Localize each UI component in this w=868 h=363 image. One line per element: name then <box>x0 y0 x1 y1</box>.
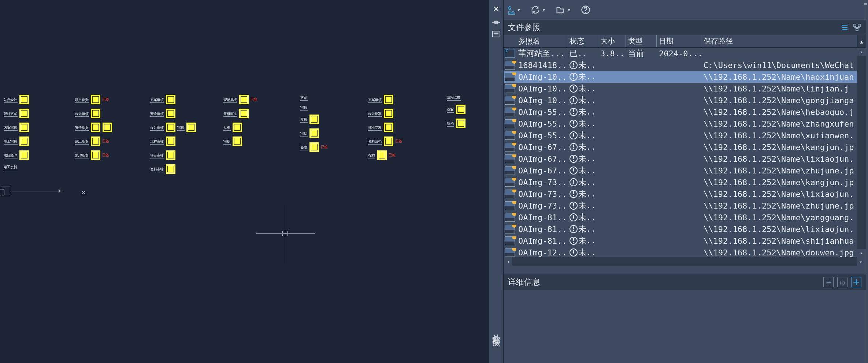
warning-icon: ! <box>570 120 578 128</box>
cell-name: OAImg-55... <box>516 131 567 140</box>
table-row[interactable]: OAImg-10...!未..\\192.168.1.252\Name\haox… <box>504 71 866 83</box>
cell-path: \\192.168.1.252\Name\haoxinjuan <box>701 72 866 82</box>
drawing-canvas[interactable]: 站点设计 设计方案 方案审核 施工审核 项目经理 竣工资料 项目负责已签 设计审… <box>0 0 489 363</box>
collapse-arrows-icon[interactable]: ◀▶ <box>492 18 500 26</box>
details-preview-icon[interactable]: ◎ <box>837 277 847 287</box>
table-row[interactable]: OAImg-81...!未..\\192.168.1.252\Name\yang… <box>504 212 866 223</box>
details-header[interactable]: 详细信息 ≡ ◎ + <box>504 274 866 290</box>
xref-table-body[interactable]: ▴ ▾ 苇河站至...已..3.8...当前2024-0...16841418.… <box>504 48 866 257</box>
xref-palette: ✕ ◀▶ 外部参照 ▭ GDWG ▼ ▼ ▼ 文件参照 <box>489 0 868 363</box>
file-type-icon <box>504 84 516 93</box>
col-status[interactable]: 状态 <box>567 35 598 47</box>
table-row[interactable]: OAImg-67...!未..\\192.168.1.252\Name\zhuj… <box>504 165 866 176</box>
change-path-button[interactable]: ▼ <box>555 5 570 15</box>
table-row[interactable]: OAImg-67...!未..\\192.168.1.252\Name\kang… <box>504 141 866 153</box>
cell-status: !未.. <box>567 83 598 94</box>
chevron-down-icon: ▼ <box>518 8 520 12</box>
cell-path: \\192.168.1.252\Name\shijianhua <box>701 236 866 246</box>
scroll-up-icon[interactable]: ▴ <box>857 35 866 47</box>
details-list-icon[interactable]: ≡ <box>823 277 834 287</box>
refresh-button[interactable]: ▼ <box>530 5 545 15</box>
cell-status: !未.. <box>567 95 598 106</box>
list-view-icon[interactable] <box>840 23 849 32</box>
cell-status: !未.. <box>567 71 598 82</box>
svg-point-1 <box>585 12 586 12</box>
warning-icon: ! <box>570 143 578 151</box>
file-type-icon <box>504 154 516 163</box>
file-type-icon <box>504 201 516 210</box>
scroll-up-icon[interactable]: ▴ <box>857 48 866 56</box>
horizontal-scrollbar[interactable]: ◂ ▸ <box>504 257 866 266</box>
file-type-icon <box>504 108 516 116</box>
cell-name: 苇河站至... <box>516 48 567 59</box>
details-expand-icon[interactable]: + <box>851 277 861 287</box>
vertical-scrollbar[interactable]: ▴ ▾ <box>857 48 866 257</box>
col-size[interactable]: 大小 <box>598 35 626 47</box>
warning-icon: ! <box>570 155 578 163</box>
warning-icon: ! <box>570 213 578 221</box>
cell-path: \\192.168.1.252\Name\zhujune.jp <box>701 166 866 175</box>
cell-status: !未.. <box>567 142 598 153</box>
table-row[interactable]: OAImg-81...!未..\\192.168.1.252\Name\shij… <box>504 235 866 247</box>
table-row[interactable]: OAImg-81...!未..\\192.168.1.252\Name\lixi… <box>504 223 866 235</box>
maximize-icon[interactable]: ▭ <box>864 1 867 7</box>
warning-icon: ! <box>570 61 578 69</box>
attach-dwg-button[interactable]: GDWG ▼ <box>508 5 520 15</box>
table-row[interactable]: OAImg-55...!未..\\192.168.1.252\Name\heba… <box>504 106 866 118</box>
tree-view-icon[interactable] <box>853 23 861 32</box>
palette-spine: ✕ ◀▶ 外部参照 <box>489 0 504 363</box>
chevron-down-icon: ▼ <box>568 8 570 12</box>
cell-path: \\192.168.1.252\Name\lixiaojun. <box>701 190 866 199</box>
warning-icon: ! <box>570 178 578 186</box>
col-name[interactable]: 参照名 <box>516 35 567 47</box>
warning-icon: ! <box>570 96 578 104</box>
file-type-icon <box>504 236 516 245</box>
palette-resizer[interactable] <box>866 0 868 363</box>
cell-name: OAImg-73... <box>516 178 567 187</box>
cell-path: \\192.168.1.252\Name\yangguang. <box>701 213 866 222</box>
cell-status: 已.. <box>567 48 598 59</box>
cell-name: OAImg-73... <box>516 190 567 199</box>
svg-rect-4 <box>856 29 858 31</box>
details-title: 详细信息 <box>508 277 540 288</box>
close-icon[interactable]: ✕ <box>493 2 499 14</box>
file-type-icon <box>504 131 516 140</box>
dock-icon[interactable] <box>492 31 500 37</box>
table-row[interactable]: OAImg-67...!未..\\192.168.1.252\Name\lixi… <box>504 153 866 165</box>
warning-icon: ! <box>570 131 578 139</box>
svg-rect-3 <box>858 24 860 26</box>
table-row[interactable]: OAImg-12...!未..\\192.168.1.252\Name\douw… <box>504 247 866 257</box>
cell-name: OAImg-67... <box>516 166 567 175</box>
file-type-icon <box>504 61 516 70</box>
table-row[interactable]: OAImg-73...!未..\\192.168.1.252\Name\kang… <box>504 176 866 188</box>
scroll-down-icon[interactable]: ▾ <box>857 249 866 257</box>
cell-path: \\192.168.1.252\Name\kangjun.jp <box>701 178 866 187</box>
cell-status: !未.. <box>567 165 598 176</box>
table-row[interactable]: OAImg-55...!未..\\192.168.1.252\Name\zhan… <box>504 118 866 130</box>
scroll-right-icon[interactable]: ▸ <box>857 257 866 266</box>
table-row[interactable]: OAImg-10...!未..\\192.168.1.252\Name\gong… <box>504 94 866 106</box>
file-type-icon <box>504 96 516 105</box>
table-row[interactable]: OAImg-10...!未..\\192.168.1.252\Name\linj… <box>504 83 866 94</box>
cell-name: OAImg-10... <box>516 96 567 105</box>
col-path[interactable]: 保存路径 <box>701 35 857 47</box>
file-type-icon <box>504 72 516 81</box>
table-row[interactable]: 16841418...!未..C:\Users\win11\Documents\… <box>504 59 866 71</box>
warning-icon: ! <box>570 225 578 233</box>
warning-icon: ! <box>570 190 578 198</box>
table-row[interactable]: OAImg-73...!未..\\192.168.1.252\Name\lixi… <box>504 188 866 200</box>
cell-path: \\192.168.1.252\Name\zhujune.jp <box>701 201 866 210</box>
table-row[interactable]: OAImg-55...!未..\\192.168.1.252\Name\xuti… <box>504 130 866 141</box>
scroll-left-icon[interactable]: ◂ <box>504 257 512 266</box>
file-type-icon <box>504 178 516 187</box>
col-type[interactable]: 类型 <box>626 35 657 47</box>
cell-status: !未.. <box>567 177 598 188</box>
cell-path: \\192.168.1.252\Name\lixiaojun. <box>701 225 866 234</box>
col-date[interactable]: 日期 <box>657 35 701 47</box>
file-type-icon <box>504 143 516 151</box>
table-row[interactable]: 苇河站至...已..3.8...当前2024-0... <box>504 48 866 59</box>
cell-path: \\192.168.1.252\Name\kangjun.jp <box>701 143 866 152</box>
file-type-icon <box>504 166 516 175</box>
table-row[interactable]: OAImg-73...!未..\\192.168.1.252\Name\zhuj… <box>504 200 866 212</box>
help-button[interactable] <box>580 5 591 15</box>
